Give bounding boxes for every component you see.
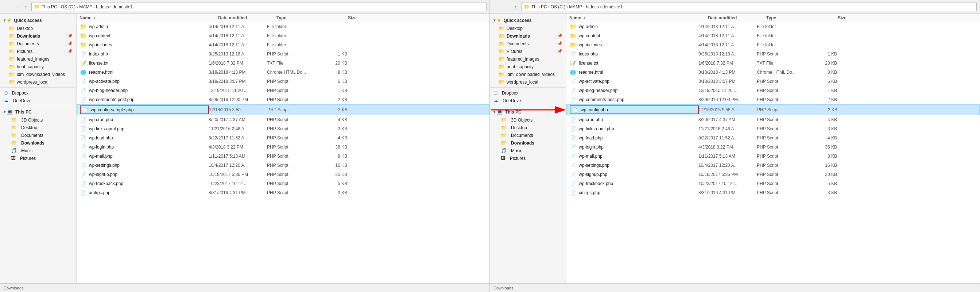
sidebar-quick-item-0[interactable]: 📁Desktop📌 — [490, 24, 566, 32]
table-row[interactable]: 📄wp-links-opml.php11/21/2016 2:46 A...PH… — [566, 124, 980, 134]
sidebar-quick-item-4[interactable]: 📁featured_images📌 — [490, 55, 566, 63]
sidebar-quick-item-5[interactable]: 📁heat_capacity📌 — [0, 63, 76, 70]
table-row[interactable]: 📁wp-admin4/14/2018 12:11 A...File folder — [76, 22, 490, 31]
sidebar-quick-item-2[interactable]: 📁Documents📌 — [490, 40, 566, 48]
column-name[interactable]: Name▲ — [570, 15, 708, 21]
table-row[interactable]: 🌐readme.html3/18/2018 4:13 PMChrome HTML… — [566, 68, 980, 77]
table-row[interactable]: 📄wp-blog-header.php12/19/2015 11:20 ...P… — [566, 86, 980, 95]
table-row[interactable]: 📄wp-login.php4/3/2018 3:22 PMPHP Script3… — [76, 143, 490, 152]
sidebar-quick-item-1[interactable]: 📁Downloads📌 — [490, 32, 566, 40]
column-type[interactable]: Type — [277, 15, 328, 21]
table-row[interactable]: 📄wp-settings.php10/4/2017 12:20 A...PHP … — [566, 161, 980, 170]
table-row[interactable]: 📄wp-cron.php8/20/2017 4:37 AMPHP Script4… — [76, 115, 490, 124]
quick-access-header[interactable]: ▾★Quick access — [0, 16, 76, 24]
up-button[interactable]: ↑ — [22, 3, 30, 11]
back-button[interactable]: ← — [493, 3, 501, 11]
table-row[interactable]: 📝license.txt1/6/2018 7:32 PMTXT File20 K… — [76, 59, 490, 68]
sidebar-pc-item-4[interactable]: 🎵Music — [0, 147, 76, 155]
table-row[interactable]: 📄xmlrpc.php8/31/2016 4:31 PMPHP Script3 … — [566, 188, 980, 198]
sidebar-quick-item-3[interactable]: 📁Pictures📌 — [490, 48, 566, 55]
sidebar-quick-item-5[interactable]: 📁heat_capacity📌 — [490, 63, 566, 70]
table-row[interactable]: 📝license.txt1/6/2018 7:32 PMTXT File20 K… — [566, 59, 980, 68]
table-row[interactable]: 📄wp-links-opml.php11/21/2016 2:46 A...PH… — [76, 124, 490, 134]
column-name[interactable]: Name▲ — [80, 15, 218, 21]
breadcrumb-item-2[interactable]: MAMP — [569, 5, 582, 10]
back-button[interactable]: ← — [3, 3, 11, 11]
column-date[interactable]: Date modified — [218, 15, 277, 21]
table-row[interactable]: 🌐readme.html3/18/2018 4:13 PMChrome HTML… — [76, 68, 490, 77]
sidebar-pc-item-5[interactable]: 🖼Pictures — [490, 155, 566, 162]
table-row[interactable]: 📄wp-signup.php10/18/2017 5:36 PMPHP Scri… — [76, 170, 490, 179]
sidebar-quick-item-3[interactable]: 📁Pictures📌 — [0, 48, 76, 55]
table-row[interactable]: 📄index.php9/25/2013 12:18 A...PHP Script… — [76, 49, 490, 59]
table-row[interactable]: 📄wp-config-sample.php12/16/2015 3:50 ...… — [76, 104, 490, 115]
breadcrumb-item-4[interactable]: demosite1 — [113, 5, 133, 10]
table-row[interactable]: 📄wp-activate.php3/18/2018 3:07 PMPHP Scr… — [76, 77, 490, 86]
sidebar-pc-item-2[interactable]: 📁Documents — [490, 131, 566, 139]
breadcrumb-item-3[interactable]: htdocs — [96, 5, 109, 10]
this-pc-header[interactable]: ▾💻This PC — [0, 108, 76, 116]
table-row[interactable]: 📄wp-activate.php3/18/2018 3:07 PMPHP Scr… — [566, 77, 980, 86]
sidebar-pc-item-4[interactable]: 🎵Music — [490, 147, 566, 155]
table-row[interactable]: 📄wp-trackback.php10/23/2017 10:12 ...PHP… — [566, 179, 980, 188]
table-row[interactable]: 📄wp-cron.php8/20/2017 4:37 AMPHP Script4… — [566, 115, 980, 124]
table-row[interactable]: 📄wp-load.php8/22/2017 11:52 A...PHP Scri… — [566, 134, 980, 143]
table-row[interactable]: 📄wp-mail.php1/11/2017 5:13 AMPHP Script8… — [566, 152, 980, 161]
forward-button[interactable]: → — [13, 3, 21, 11]
sidebar-dropbox[interactable]: ⬡Dropbox — [0, 89, 76, 97]
breadcrumb-item-4[interactable]: demosite1 — [603, 5, 622, 10]
quick-access-header[interactable]: ▾★Quick access — [490, 16, 566, 24]
up-button[interactable]: ↑ — [512, 3, 520, 11]
column-size[interactable]: Size — [817, 15, 846, 21]
forward-button[interactable]: → — [502, 3, 510, 11]
table-row[interactable]: 📁wp-includes4/14/2018 12:11 A...File fol… — [76, 40, 490, 49]
breadcrumb-item-2[interactable]: MAMP — [79, 5, 92, 10]
table-row[interactable]: 📄wp-settings.php10/4/2017 12:20 A...PHP … — [76, 161, 490, 170]
table-row[interactable]: 📄xmlrpc.php8/31/2016 4:31 PMPHP Script3 … — [76, 188, 490, 198]
table-row[interactable]: 📄wp-comments-post.php8/29/2016 12:00 PMP… — [566, 95, 980, 104]
sidebar-quick-item-7[interactable]: 📁wordpress_local📌 — [0, 78, 76, 86]
sidebar-pc-item-2[interactable]: 📁Documents — [0, 131, 76, 139]
table-row[interactable]: 📄wp-mail.php1/11/2017 5:13 AMPHP Script8… — [76, 152, 490, 161]
table-row[interactable]: 📄wp-signup.php10/18/2017 5:36 PMPHP Scri… — [566, 170, 980, 179]
sidebar-quick-item-0[interactable]: 📁Desktop📌 — [0, 24, 76, 32]
sidebar-pc-item-5[interactable]: 🖼Pictures — [0, 155, 76, 162]
table-row[interactable]: 📄wp-config.php12/16/2015 9:58 A...PHP Sc… — [566, 104, 980, 115]
table-row[interactable]: 📁wp-admin4/14/2018 12:11 A...File folder — [566, 22, 980, 31]
sidebar-quick-item-2[interactable]: 📁Documents📌 — [0, 40, 76, 48]
table-row[interactable]: 📄wp-login.php4/3/2018 3:22 PMPHP Script3… — [566, 143, 980, 152]
sidebar-onedrive[interactable]: ☁OneDrive — [0, 97, 76, 104]
sidebar-pc-item-0[interactable]: 📁3D Objects — [490, 116, 566, 124]
table-row[interactable]: 📁wp-content4/14/2018 12:11 A...File fold… — [566, 31, 980, 40]
sidebar-pc-item-3[interactable]: 📁Downloads — [490, 139, 566, 147]
table-row[interactable]: 📄index.php9/25/2013 12:18 A...PHP Script… — [566, 49, 980, 59]
column-type[interactable]: Type — [766, 15, 817, 21]
table-row[interactable]: 📁wp-includes4/14/2018 12:11 A...File fol… — [566, 40, 980, 49]
sidebar-quick-item-4[interactable]: 📁featured_images📌 — [0, 55, 76, 63]
sidebar-quick-item-1[interactable]: 📁Downloads📌 — [0, 32, 76, 40]
this-pc-header[interactable]: ▾💻This PC — [490, 108, 566, 116]
table-row[interactable]: 📄wp-load.php8/22/2017 11:52 A...PHP Scri… — [76, 134, 490, 143]
sidebar-quick-item-6[interactable]: 📁idm_downloaded_videos📌 — [490, 70, 566, 78]
breadcrumb-item-0[interactable]: This PC — [41, 5, 57, 10]
column-date[interactable]: Date modified — [708, 15, 766, 21]
sidebar-pc-item-1[interactable]: 📁Desktop — [0, 124, 76, 131]
table-row[interactable]: 📄wp-blog-header.php12/19/2015 11:20 ...P… — [76, 86, 490, 95]
breadcrumb-item-0[interactable]: This PC — [531, 5, 547, 10]
sidebar-dropbox[interactable]: ⬡Dropbox — [490, 89, 566, 97]
breadcrumb[interactable]: 📁This PC › OS (C:) › MAMP › htdocs › dem… — [521, 3, 977, 11]
sidebar-pc-item-3[interactable]: 📁Downloads — [0, 139, 76, 147]
column-size[interactable]: Size — [328, 15, 357, 21]
sidebar-pc-item-1[interactable]: 📁Desktop — [490, 124, 566, 131]
breadcrumb-item-1[interactable]: OS (C:) — [61, 5, 76, 10]
sidebar-onedrive[interactable]: ☁OneDrive — [490, 97, 566, 104]
sidebar-quick-item-7[interactable]: 📁wordpress_local📌 — [490, 78, 566, 86]
table-row[interactable]: 📄wp-trackback.php10/23/2017 10:12 ...PHP… — [76, 179, 490, 188]
table-row[interactable]: 📄wp-comments-post.php8/29/2016 12:00 PMP… — [76, 95, 490, 104]
breadcrumb[interactable]: 📁This PC › OS (C:) › MAMP › htdocs › dem… — [31, 3, 487, 11]
breadcrumb-item-3[interactable]: htdocs — [586, 5, 598, 10]
breadcrumb-item-1[interactable]: OS (C:) — [551, 5, 566, 10]
sidebar-pc-item-0[interactable]: 📁3D Objects — [0, 116, 76, 124]
sidebar-quick-item-6[interactable]: 📁idm_downloaded_videos📌 — [0, 70, 76, 78]
table-row[interactable]: 📁wp-content4/14/2018 12:11 A...File fold… — [76, 31, 490, 40]
